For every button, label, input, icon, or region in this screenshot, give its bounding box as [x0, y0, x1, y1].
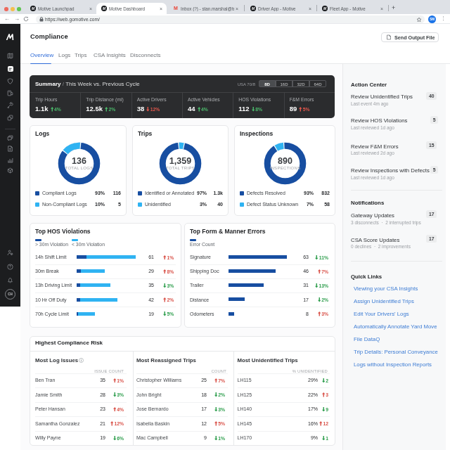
- svg-text:?: ?: [9, 265, 11, 269]
